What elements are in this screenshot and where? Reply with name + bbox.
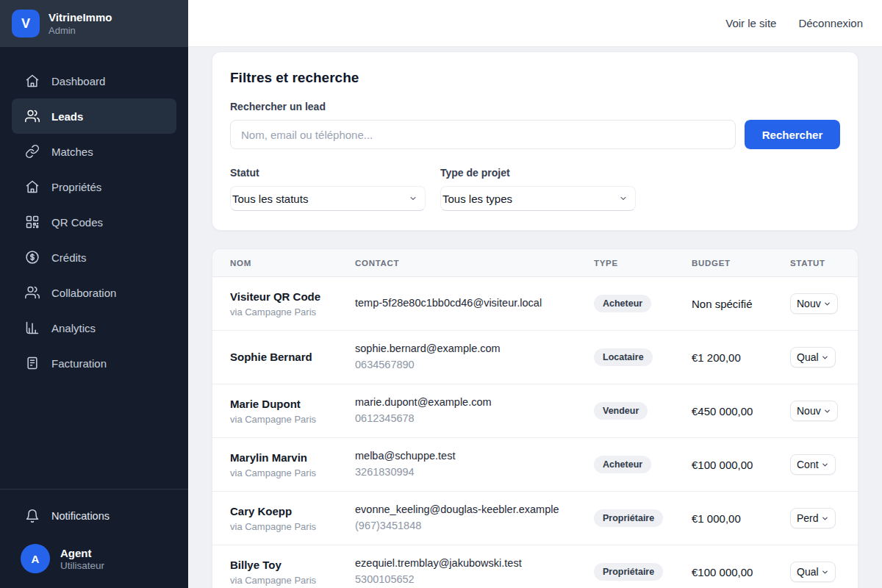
sidebar-item-matches[interactable]: Matches (12, 134, 176, 169)
type-filter-select[interactable]: Tous les types (440, 186, 636, 211)
lead-type-badge: Propriétaire (594, 563, 663, 581)
lead-email: sophie.bernard@example.com (355, 341, 594, 357)
lead-status-select[interactable]: Perd (790, 508, 836, 528)
leads-table-card: NOM CONTACT TYPE BUDGET STATUT Visiteur … (212, 248, 858, 588)
lead-phone: 5300105652 (355, 572, 594, 588)
column-header-nom: NOM (230, 259, 355, 268)
lead-type-cell: Vendeur (594, 402, 692, 420)
lead-status-value: Nouv (797, 298, 821, 309)
link-deconnexion[interactable]: Déconnexion (798, 17, 863, 29)
lead-name: Billye Toy (230, 558, 355, 573)
table-body: Visiteur QR Code via Campagne Paris temp… (212, 277, 858, 588)
column-header-contact: CONTACT (355, 259, 594, 268)
sidebar-item-label: Facturation (51, 357, 107, 370)
lead-contact-cell: temp-5f28e80c1bb0cd46@visiteur.local (355, 295, 594, 312)
lead-email: ezequiel.tremblay@jakubowski.test (355, 556, 594, 572)
table-row[interactable]: Marie Dupont via Campagne Paris marie.du… (212, 384, 858, 438)
lead-budget: €100 000,00 (692, 566, 790, 578)
link-voir-le-site[interactable]: Voir le site (725, 17, 776, 29)
lead-budget: €1 200,00 (692, 351, 790, 364)
lead-budget: €100 000,00 (692, 459, 790, 471)
table-header-row: NOM CONTACT TYPE BUDGET STATUT (212, 249, 858, 277)
lead-name: Marie Dupont (230, 397, 355, 412)
app-root: V VitrineImmo Admin DashboardLeadsMatche… (0, 0, 882, 588)
lead-status-cell: Cont (790, 454, 858, 475)
sidebar-item-label: Collaboration (51, 287, 116, 299)
type-filter-col: Type de projet Tous les types (440, 167, 636, 211)
invoice-icon (25, 356, 40, 370)
app-title-block: VitrineImmo Admin (49, 11, 112, 36)
table-row[interactable]: Cary Koepp via Campagne Paris evonne_kee… (212, 492, 858, 545)
lead-status-value: Qual (797, 351, 819, 363)
sidebar-item-leads[interactable]: Leads (12, 98, 176, 134)
sidebar-header: V VitrineImmo Admin (0, 0, 188, 47)
lead-status-select[interactable]: Qual (790, 347, 836, 368)
lead-source: via Campagne Paris (230, 414, 355, 425)
lead-status-select[interactable]: Nouv (790, 293, 838, 314)
lead-type-badge: Vendeur (594, 402, 648, 420)
sidebar: V VitrineImmo Admin DashboardLeadsMatche… (0, 0, 188, 588)
lead-contact-cell: sophie.bernard@example.com 0634567890 (355, 341, 594, 373)
lead-status-select[interactable]: Qual (790, 562, 836, 582)
search-input[interactable] (230, 120, 736, 149)
lead-status-select[interactable]: Nouv (790, 401, 838, 421)
sidebar-nav: DashboardLeadsMatchesPropriétésQR CodesC… (0, 47, 188, 381)
chevron-down-icon (409, 193, 417, 205)
home-icon (25, 179, 40, 194)
user-role: Utilisateur (60, 560, 104, 571)
lead-type-cell: Propriétaire (594, 563, 692, 581)
sidebar-item-qr-codes[interactable]: QR Codes (12, 204, 176, 240)
user-name: Agent (60, 546, 104, 561)
search-button[interactable]: Rechercher (745, 120, 840, 149)
user-avatar: A (21, 544, 50, 573)
lead-budget: €450 000,00 (692, 405, 790, 417)
lead-contact-cell: melba@schuppe.test 3261830994 (355, 448, 594, 481)
table-row[interactable]: Billye Toy via Campagne Paris ezequiel.t… (212, 545, 858, 588)
user-profile[interactable]: A Agent Utilisateur (12, 534, 176, 573)
lead-source: via Campagne Paris (230, 467, 355, 478)
sidebar-item-cr-dits[interactable]: Crédits (12, 240, 176, 275)
table-row[interactable]: Visiteur QR Code via Campagne Paris temp… (212, 277, 858, 331)
topbar: Voir le site Déconnexion (188, 0, 882, 47)
sidebar-item-label: QR Codes (51, 216, 103, 229)
sidebar-item-label: Matches (51, 146, 93, 158)
chevron-down-icon (823, 300, 831, 308)
lead-phone: 3261830994 (355, 465, 594, 481)
table-row[interactable]: Marylin Marvin via Campagne Paris melba@… (212, 438, 858, 492)
sidebar-item-label: Dashboard (51, 75, 105, 87)
lead-type-cell: Propriétaire (594, 509, 692, 527)
lead-email: temp-5f28e80c1bb0cd46@visiteur.local (355, 295, 594, 312)
filter-selects-row: Statut Tous les statuts Type de projet T… (230, 167, 840, 211)
sidebar-item-facturation[interactable]: Facturation (12, 345, 176, 381)
sidebar-item-collaboration[interactable]: Collaboration (12, 275, 176, 310)
chevron-down-icon (823, 407, 831, 415)
lead-status-select[interactable]: Cont (790, 454, 836, 475)
lead-source: via Campagne Paris (230, 575, 355, 586)
search-row: Rechercher (230, 120, 840, 149)
sidebar-item-label: Propriétés (51, 181, 101, 193)
users-icon (25, 285, 40, 300)
lead-name-cell: Marie Dupont via Campagne Paris (230, 397, 355, 424)
lead-status-value: Nouv (797, 405, 821, 417)
sidebar-item-notifications[interactable]: Notifications (12, 498, 176, 534)
lead-phone: (967)3451848 (355, 518, 594, 534)
lead-email: marie.dupont@example.com (355, 395, 594, 411)
chevron-down-icon (821, 568, 829, 576)
type-filter-value: Tous les types (442, 193, 512, 205)
sidebar-item-analytics[interactable]: Analytics (12, 310, 176, 345)
type-filter-label: Type de projet (440, 167, 636, 179)
table-row[interactable]: Sophie Bernard sophie.bernard@example.co… (212, 331, 858, 384)
status-filter-select[interactable]: Tous les statuts (230, 186, 426, 211)
sidebar-item-dashboard[interactable]: Dashboard (12, 63, 176, 98)
search-label: Rechercher un lead (230, 101, 840, 112)
app-logo: V (12, 10, 40, 37)
filters-title: Filtres et recherche (230, 70, 840, 86)
sidebar-item-label: Crédits (51, 251, 87, 264)
status-filter-value: Tous les statuts (232, 193, 308, 205)
dollar-circle-icon (25, 250, 40, 265)
lead-phone: 0634567890 (355, 357, 594, 373)
lead-type-cell: Acheteur (594, 456, 692, 473)
lead-status-value: Qual (797, 566, 819, 578)
users-icon (25, 109, 40, 123)
sidebar-item-propri-t-s[interactable]: Propriétés (12, 169, 176, 204)
